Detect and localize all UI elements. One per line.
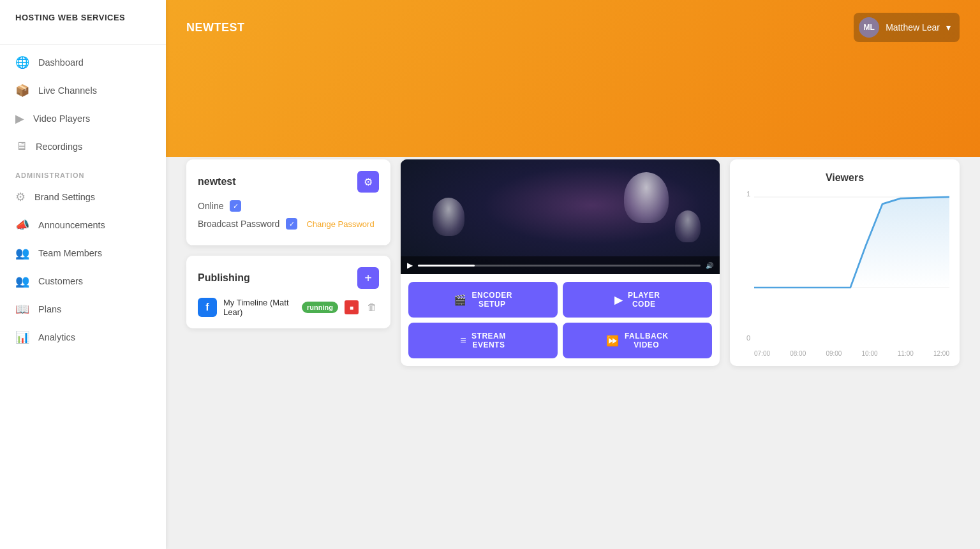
chart-area: 10 bbox=[740, 190, 949, 357]
sidebar-item-customers[interactable]: 👥Customers bbox=[0, 267, 166, 295]
chart-x-label: 09:00 bbox=[826, 350, 842, 357]
delete-button[interactable]: 🗑 bbox=[365, 300, 379, 314]
gear-button[interactable]: ⚙ bbox=[357, 171, 379, 193]
brand-settings-icon: ⚙ bbox=[15, 190, 26, 204]
channel-name: newtest bbox=[198, 176, 236, 187]
play-icon[interactable]: ▶ bbox=[407, 261, 413, 270]
broadcast-password-checkbox[interactable]: ✓ bbox=[286, 218, 297, 230]
sidebar-item-label: Dashboard bbox=[38, 57, 84, 68]
user-menu[interactable]: ML Matthew Lear ▾ bbox=[854, 13, 960, 42]
chart-y-label: 0 bbox=[740, 334, 750, 342]
viewers-chart-card: Viewers 10 bbox=[730, 159, 960, 366]
chart-x-label: 10:00 bbox=[862, 350, 878, 357]
sidebar-item-label: Analytics bbox=[38, 332, 75, 342]
sidebar-logo: HOSTING WEB SERVICES bbox=[0, 13, 166, 40]
chart-y-labels: 10 bbox=[740, 190, 750, 342]
publishing-card: Publishing + f My Timeline (Matt Lear) r… bbox=[186, 256, 390, 328]
facebook-icon: f bbox=[198, 298, 217, 317]
sidebar-item-announcements[interactable]: 📣Announcements bbox=[0, 211, 166, 239]
customers-icon: 👥 bbox=[15, 274, 29, 288]
publishing-title: Publishing bbox=[198, 272, 250, 284]
chart-svg bbox=[754, 190, 949, 295]
sidebar-item-live-channels[interactable]: 📦Live Channels bbox=[0, 77, 166, 105]
sidebar-item-label: Recordings bbox=[36, 142, 82, 152]
online-label: Online bbox=[198, 201, 223, 211]
chart-x-label: 08:00 bbox=[790, 350, 806, 357]
sidebar: HOSTING WEB SERVICES 🌐Dashboard📦Live Cha… bbox=[0, 0, 166, 549]
running-badge: running bbox=[302, 302, 338, 313]
publishing-item-name: My Timeline (Matt Lear) bbox=[223, 298, 295, 317]
admin-section-label: ADMINISTRATION bbox=[0, 160, 166, 183]
dashboard-icon: 🌐 bbox=[15, 55, 29, 70]
sidebar-admin: ⚙Brand Settings📣Announcements👥Team Membe… bbox=[0, 183, 166, 351]
sidebar-item-team-members[interactable]: 👥Team Members bbox=[0, 239, 166, 267]
stream-events-button[interactable]: ≡STREAMEVENTS bbox=[408, 323, 558, 358]
channel-card: newtest ⚙ Online ✓ Broadcast Password ✓ … bbox=[186, 159, 390, 245]
sidebar-item-plans[interactable]: 📖Plans bbox=[0, 295, 166, 323]
bottom-row: newtest ⚙ Online ✓ Broadcast Password ✓ … bbox=[186, 159, 960, 366]
analytics-icon: 📊 bbox=[15, 330, 29, 344]
encoder-setup-button[interactable]: 🎬ENCODERSETUP bbox=[408, 282, 558, 318]
chart-x-label: 11:00 bbox=[898, 350, 914, 357]
stop-button[interactable]: ■ bbox=[345, 300, 359, 314]
chart-x-labels: 07:0008:0009:0010:0011:0012:00 bbox=[754, 350, 949, 357]
sidebar-item-label: Plans bbox=[38, 304, 61, 314]
volume-icon[interactable]: 🔊 bbox=[706, 262, 713, 269]
sidebar-item-video-players[interactable]: ▶Video Players bbox=[0, 105, 166, 133]
stream-events-icon: ≡ bbox=[460, 335, 466, 346]
fallback-video-icon: ⏩ bbox=[606, 335, 620, 347]
sidebar-item-label: Live Channels bbox=[38, 85, 97, 96]
sidebar-item-analytics[interactable]: 📊Analytics bbox=[0, 323, 166, 351]
chart-y-label: 1 bbox=[740, 190, 750, 198]
sidebar-item-brand-settings[interactable]: ⚙Brand Settings bbox=[0, 183, 166, 211]
chart-x-label: 07:00 bbox=[754, 350, 770, 357]
sidebar-item-dashboard[interactable]: 🌐Dashboard bbox=[0, 48, 166, 77]
team-members-icon: 👥 bbox=[15, 246, 29, 260]
chevron-down-icon: ▾ bbox=[946, 22, 951, 33]
avatar: ML bbox=[859, 17, 879, 38]
video-button-grid: 🎬ENCODERSETUP▶PLAYERCODE≡STREAMEVENTS⏩FA… bbox=[401, 274, 720, 366]
channel-title: NEWTEST bbox=[186, 21, 245, 34]
video-card: ▶ 🔊 🎬ENCODERSETUP▶PLAYERCODE≡STREAMEVENT… bbox=[401, 159, 720, 366]
sidebar-item-label: Announcements bbox=[38, 220, 105, 230]
sidebar-item-recordings[interactable]: 🖥Recordings bbox=[0, 133, 166, 160]
publishing-item: f My Timeline (Matt Lear) running ■ 🗑 bbox=[198, 298, 379, 317]
page-header: NEWTEST ML Matthew Lear ▾ bbox=[166, 0, 980, 157]
player-code-icon: ▶ bbox=[614, 294, 623, 306]
change-password-link[interactable]: Change Password bbox=[306, 219, 374, 229]
recordings-icon: 🖥 bbox=[15, 140, 27, 153]
plans-icon: 📖 bbox=[15, 302, 29, 316]
video-preview: ▶ 🔊 bbox=[401, 159, 720, 274]
add-publishing-button[interactable]: + bbox=[357, 267, 379, 289]
encoder-setup-icon: 🎬 bbox=[454, 294, 467, 306]
player-code-button[interactable]: ▶PLAYERCODE bbox=[563, 282, 712, 318]
video-controls: ▶ 🔊 bbox=[401, 256, 720, 274]
online-checkbox[interactable]: ✓ bbox=[230, 200, 241, 212]
announcements-icon: 📣 bbox=[15, 218, 29, 232]
live-channels-icon: 📦 bbox=[15, 84, 29, 98]
sidebar-nav: 🌐Dashboard📦Live Channels▶Video Players🖥R… bbox=[0, 48, 166, 160]
viewers-chart-title: Viewers bbox=[740, 172, 949, 184]
sidebar-item-label: Customers bbox=[38, 276, 83, 286]
main-area: NEWTEST ML Matthew Lear ▾ STATUS Broadca… bbox=[166, 0, 980, 549]
sidebar-item-label: Team Members bbox=[38, 248, 102, 258]
video-players-icon: ▶ bbox=[15, 112, 24, 126]
user-name: Matthew Lear bbox=[886, 22, 940, 33]
sidebar-item-label: Brand Settings bbox=[34, 192, 95, 202]
fallback-video-button[interactable]: ⏩FALLBACKVIDEO bbox=[563, 323, 712, 358]
sidebar-item-label: Video Players bbox=[33, 113, 90, 124]
broadcast-password-label: Broadcast Password bbox=[198, 219, 279, 229]
chart-x-label: 12:00 bbox=[933, 350, 949, 357]
